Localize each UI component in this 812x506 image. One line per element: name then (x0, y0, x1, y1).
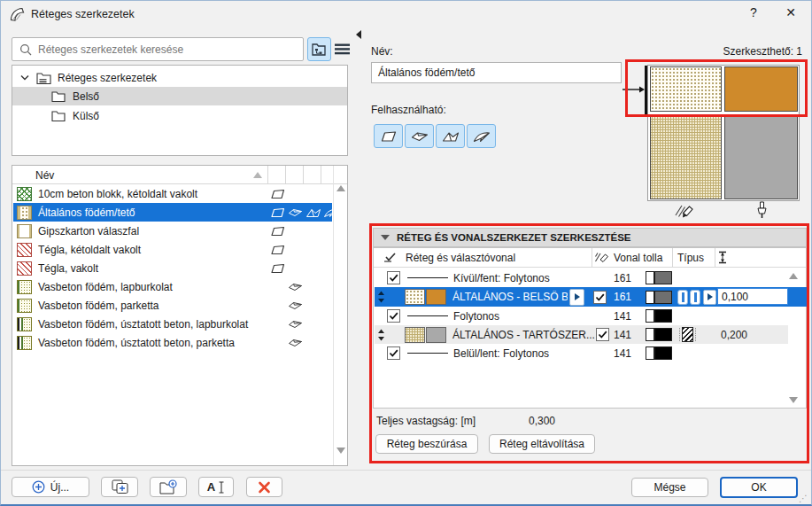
preview-surface-core[interactable] (724, 114, 798, 199)
scroll-up-icon[interactable] (336, 185, 345, 191)
pen-number[interactable]: 141 (614, 310, 631, 323)
layer-name[interactable]: ÁLTALÁNOS - BELSŐ BURK... (452, 291, 568, 303)
close-button[interactable]: ✕ (778, 5, 803, 23)
separator-row-middle[interactable]: Folytonos 141 (375, 307, 788, 325)
preview-surface-layer1[interactable] (724, 66, 798, 112)
chevron-down-icon[interactable] (20, 74, 29, 81)
preview-fill-core[interactable] (650, 114, 722, 199)
thickness-field[interactable]: 0,100 (717, 288, 788, 305)
scroll-down-icon[interactable] (336, 448, 345, 454)
pen-number[interactable]: 161 (614, 272, 631, 284)
pen-swatch[interactable] (646, 291, 672, 304)
remove-layer-button[interactable]: Réteg eltávolítása (489, 434, 595, 454)
name-column-header[interactable]: Név (35, 169, 54, 182)
preview-fill-layer1[interactable] (650, 66, 722, 112)
table-scroll-up-icon[interactable] (789, 273, 798, 279)
table-scroll-down-icon[interactable] (789, 397, 798, 403)
list-item[interactable]: 10cm beton blokk, kétoldalt vakolt (13, 184, 332, 203)
cut-fill-pen-column-icon[interactable] (594, 252, 609, 263)
list-item[interactable]: Tégla, vakolt (13, 259, 332, 277)
delete-button[interactable] (246, 477, 282, 497)
layer-flyout-button[interactable] (569, 289, 584, 306)
checkbox-checked[interactable] (387, 271, 400, 284)
checkbox-checked[interactable] (596, 328, 609, 341)
checkbox-checked[interactable] (387, 309, 400, 323)
wall-icon (379, 130, 398, 143)
list-scrollbar[interactable] (333, 166, 347, 465)
cancel-button[interactable]: Mégse (631, 478, 708, 497)
pen-number[interactable]: 161 (614, 291, 631, 303)
help-button[interactable]: ? (741, 5, 766, 23)
list-item[interactable]: Vasbeton födém, lapburkolat (13, 277, 332, 296)
slab-icon (410, 130, 429, 143)
tree-view-toggle[interactable] (307, 37, 331, 61)
type-flyout-button[interactable] (703, 290, 716, 305)
list-header[interactable]: Név (12, 166, 347, 184)
type-column-header[interactable]: Típus (677, 252, 704, 264)
collapse-section-icon[interactable] (381, 235, 390, 240)
list-item[interactable]: Tégla, kétoldalt vakolt (13, 240, 332, 259)
drag-handle-icon[interactable] (377, 291, 385, 303)
list-item[interactable]: Vasbeton födém, parketta (13, 296, 332, 315)
pen-swatch[interactable] (646, 271, 672, 284)
tree-item-label: Külső (73, 110, 99, 122)
drag-handle-icon[interactable] (377, 329, 385, 341)
list-item-selected[interactable]: Általános födém/tető (13, 203, 332, 222)
tree-item-belso[interactable]: Belső (12, 87, 347, 105)
checkbox-checked[interactable] (387, 346, 400, 360)
resize-grip[interactable]: ⋰ (799, 494, 808, 503)
layer-table-header: Réteg és választóvonal Vonal tolla Típus (374, 248, 806, 268)
line-pen-column-header[interactable]: Vonal tolla (614, 252, 662, 264)
surface-brush-icon[interactable] (755, 201, 769, 220)
checkbox-checked[interactable] (593, 291, 607, 304)
layer-fill-swatch[interactable] (405, 327, 425, 343)
usable-shell-toggle[interactable] (467, 124, 496, 148)
separator-row-inner[interactable]: Belül/lent: Folytonos 141 (375, 344, 788, 362)
usable-roof-toggle[interactable] (436, 124, 465, 148)
list-item-label: Tégla, kétoldalt vakolt (38, 244, 141, 256)
layer-row-core[interactable]: ÁLTALÁNOS - TARTÓSZER... 141 0,200 (375, 325, 788, 344)
total-thickness-label: Teljes vastagság: [m] (376, 415, 476, 427)
select-all-icon[interactable] (383, 252, 398, 263)
layer-panel-header[interactable]: RÉTEG ÉS VONALSZERKEZET SZERKESZTÉSE (373, 228, 807, 247)
layer-surface-swatch[interactable] (426, 289, 446, 305)
insert-layer-button[interactable]: Réteg beszúrása (375, 434, 478, 454)
layer-column-header[interactable]: Réteg és választóvonal (406, 252, 515, 264)
pen-number[interactable]: 141 (614, 329, 631, 341)
name-field[interactable]: Általános födém/tető (371, 62, 622, 83)
layer-fill-swatch[interactable] (405, 289, 425, 305)
sort-ascending-icon[interactable] (253, 172, 262, 178)
list-item[interactable]: Vasbeton födém, úsztatott beton, lapburk… (13, 315, 332, 333)
rename-button[interactable]: A (198, 477, 234, 497)
usable-wall-toggle[interactable] (374, 124, 403, 148)
tree-item-kulso[interactable]: Külső (12, 106, 347, 125)
pen-swatch[interactable] (646, 328, 672, 341)
ok-button[interactable]: OK (720, 477, 798, 498)
list-item[interactable]: Vasbeton födém, úsztatott beton, parkett… (13, 333, 332, 352)
line-type-button[interactable] (677, 290, 688, 305)
cut-fill-pens-icon[interactable] (674, 202, 696, 219)
layer-row-selected[interactable]: ÁLTALÁNOS - BELSŐ BURK... 161 0,100 (375, 287, 807, 307)
composite-swatch (17, 261, 32, 276)
insert-layer-label: Réteg beszúrása (387, 438, 468, 450)
separator-row-outer[interactable]: Kívül/fent: Folytonos 161 (375, 269, 788, 287)
pen-number[interactable]: 141 (614, 347, 631, 360)
flat-list-toggle[interactable] (334, 42, 350, 56)
thickness-column-icon[interactable] (718, 251, 727, 264)
tree-item-root[interactable]: Réteges szerkezetek (12, 68, 347, 87)
pen-swatch[interactable] (646, 346, 672, 360)
layer-name[interactable]: ÁLTALÁNOS - TARTÓSZER... (452, 329, 595, 341)
duplicate-icon (112, 479, 128, 494)
new-folder-button[interactable] (150, 477, 187, 497)
list-item[interactable]: Gipszkarton válaszfal (13, 222, 332, 240)
usable-slab-toggle[interactable] (405, 124, 434, 148)
tree-root-label: Réteges szerkezetek (58, 72, 157, 84)
new-button[interactable]: Új... (12, 477, 89, 497)
layer-surface-swatch[interactable] (426, 327, 446, 343)
thickness-value[interactable]: 0,200 (721, 329, 747, 341)
search-input[interactable]: Réteges szerkezetek keresése (12, 37, 304, 61)
line-type-button[interactable] (690, 290, 700, 305)
duplicate-button[interactable] (101, 477, 138, 497)
pen-swatch[interactable] (646, 309, 672, 323)
collapse-panel-icon[interactable] (356, 30, 361, 39)
